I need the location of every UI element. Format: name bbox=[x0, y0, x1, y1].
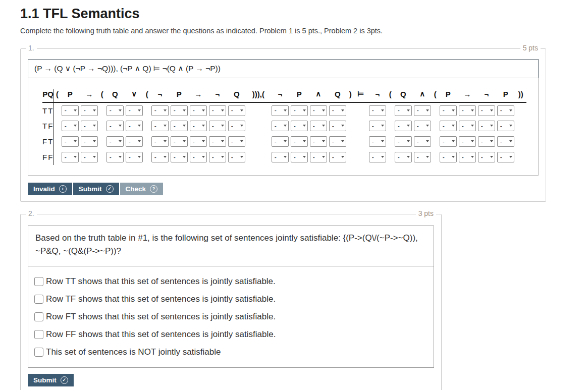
truth-value-select[interactable]: - bbox=[291, 121, 308, 131]
option-checkbox[interactable] bbox=[34, 277, 43, 286]
truth-value-select[interactable]: - bbox=[478, 136, 495, 147]
truth-value-select[interactable]: - bbox=[171, 121, 188, 131]
submit-button[interactable]: Submit✓ bbox=[73, 183, 119, 195]
truth-value-select[interactable]: - bbox=[329, 136, 346, 147]
truth-value-select[interactable]: - bbox=[395, 105, 412, 116]
spacer-cell bbox=[347, 118, 354, 134]
truth-value-select[interactable]: - bbox=[209, 105, 226, 116]
truth-value-select[interactable]: - bbox=[395, 121, 412, 131]
truth-value-select[interactable]: - bbox=[151, 136, 169, 147]
header-symbol: ⊨ bbox=[354, 89, 368, 102]
truth-value-select[interactable]: - bbox=[329, 105, 346, 116]
truth-value-select[interactable]: - bbox=[395, 136, 412, 147]
truth-value-select[interactable]: - bbox=[440, 105, 457, 116]
header-symbol: ( bbox=[54, 89, 61, 102]
option-checkbox[interactable] bbox=[34, 295, 43, 304]
truth-value-select[interactable]: - bbox=[81, 105, 98, 116]
truth-value-select[interactable]: - bbox=[414, 152, 431, 162]
truth-value-select[interactable]: - bbox=[497, 105, 514, 116]
truth-value-select-wrap: - bbox=[126, 105, 143, 116]
option-checkbox[interactable] bbox=[34, 330, 43, 339]
problem2-submit-button[interactable]: Submit ✓ bbox=[28, 374, 74, 386]
truth-value-select-wrap: - bbox=[478, 105, 495, 116]
truth-value-select[interactable]: - bbox=[497, 136, 514, 147]
header-symbol: ∨ bbox=[125, 89, 144, 102]
truth-value-select[interactable]: - bbox=[369, 105, 386, 116]
truth-value-select[interactable]: - bbox=[440, 136, 457, 147]
truth-value-select[interactable]: - bbox=[329, 152, 346, 162]
truth-value-select[interactable]: - bbox=[395, 152, 412, 162]
truth-value-select[interactable]: - bbox=[414, 121, 431, 131]
truth-value-select[interactable]: - bbox=[228, 152, 245, 162]
truth-value-select[interactable]: - bbox=[459, 105, 476, 116]
truth-value-select[interactable]: - bbox=[209, 121, 226, 131]
truth-value-select[interactable]: - bbox=[151, 152, 169, 162]
truth-value-select[interactable]: - bbox=[414, 136, 431, 147]
truth-value-select[interactable]: - bbox=[126, 105, 143, 116]
invalid-button[interactable]: Invalidi bbox=[28, 183, 72, 195]
truth-value-select[interactable]: - bbox=[126, 121, 143, 131]
truth-value-select[interactable]: - bbox=[106, 121, 124, 131]
truth-value-select[interactable]: - bbox=[62, 105, 79, 116]
truth-value-select[interactable]: - bbox=[228, 121, 245, 131]
truth-value-select[interactable]: - bbox=[310, 105, 327, 116]
truth-value-select[interactable]: - bbox=[291, 152, 308, 162]
truth-value-select[interactable]: - bbox=[106, 152, 124, 162]
truth-value-select[interactable]: - bbox=[272, 105, 289, 116]
truth-value-select[interactable]: - bbox=[369, 136, 386, 147]
truth-value-select[interactable]: - bbox=[478, 152, 495, 162]
truth-value-select[interactable]: - bbox=[272, 136, 289, 147]
truth-value-select[interactable]: - bbox=[228, 136, 245, 147]
truth-value-select[interactable]: - bbox=[497, 121, 514, 131]
truth-value-select[interactable]: - bbox=[190, 152, 207, 162]
truth-value-select[interactable]: - bbox=[190, 121, 207, 131]
truth-value-select[interactable]: - bbox=[459, 121, 476, 131]
truth-value-select[interactable]: - bbox=[81, 121, 98, 131]
check-button[interactable]: Check? bbox=[120, 183, 164, 195]
truth-value-select[interactable]: - bbox=[209, 152, 226, 162]
truth-value-select[interactable]: - bbox=[459, 136, 476, 147]
truth-value-select[interactable]: - bbox=[62, 152, 79, 162]
truth-value-select[interactable]: - bbox=[171, 136, 188, 147]
truth-value-select[interactable]: - bbox=[329, 121, 346, 131]
truth-value-select[interactable]: - bbox=[310, 121, 327, 131]
spacer-cell bbox=[432, 149, 439, 165]
option-checkbox[interactable] bbox=[34, 348, 43, 357]
truth-value-select[interactable]: - bbox=[81, 152, 98, 162]
truth-value-select[interactable]: - bbox=[440, 121, 457, 131]
truth-value-select[interactable]: - bbox=[190, 136, 207, 147]
truth-value-select[interactable]: - bbox=[414, 105, 431, 116]
spacer-cell bbox=[246, 118, 271, 134]
truth-value-select-wrap: - bbox=[62, 152, 79, 162]
truth-value-cell: - bbox=[105, 102, 125, 118]
truth-value-select[interactable]: - bbox=[228, 105, 245, 116]
truth-value-select[interactable]: - bbox=[440, 152, 457, 162]
truth-value-select[interactable]: - bbox=[209, 136, 226, 147]
truth-value-select[interactable]: - bbox=[272, 121, 289, 131]
truth-value-select[interactable]: - bbox=[106, 136, 124, 147]
truth-value-select[interactable]: - bbox=[291, 136, 308, 147]
truth-value-select[interactable]: - bbox=[151, 105, 169, 116]
truth-value-select[interactable]: - bbox=[291, 105, 308, 116]
truth-value-select[interactable]: - bbox=[126, 152, 143, 162]
truth-value-select[interactable]: - bbox=[106, 105, 124, 116]
truth-value-select[interactable]: - bbox=[459, 152, 476, 162]
truth-value-select[interactable]: - bbox=[478, 105, 495, 116]
truth-value-select[interactable]: - bbox=[310, 136, 327, 147]
truth-value-select[interactable]: - bbox=[478, 121, 495, 131]
truth-value-select[interactable]: - bbox=[190, 105, 207, 116]
truth-value-select[interactable]: - bbox=[62, 121, 79, 131]
truth-value-select[interactable]: - bbox=[310, 152, 327, 162]
truth-value-select[interactable]: - bbox=[171, 105, 188, 116]
truth-value-select[interactable]: - bbox=[369, 152, 386, 162]
truth-value-select[interactable]: - bbox=[126, 136, 143, 147]
option-checkbox[interactable] bbox=[34, 312, 43, 321]
truth-value-select[interactable]: - bbox=[62, 136, 79, 147]
truth-value-select[interactable]: - bbox=[369, 121, 386, 131]
truth-value-select-wrap: - bbox=[171, 121, 188, 131]
truth-value-select[interactable]: - bbox=[81, 136, 98, 147]
truth-value-select[interactable]: - bbox=[151, 121, 169, 131]
truth-value-select[interactable]: - bbox=[272, 152, 289, 162]
truth-value-select[interactable]: - bbox=[497, 152, 514, 162]
truth-value-select[interactable]: - bbox=[171, 152, 188, 162]
